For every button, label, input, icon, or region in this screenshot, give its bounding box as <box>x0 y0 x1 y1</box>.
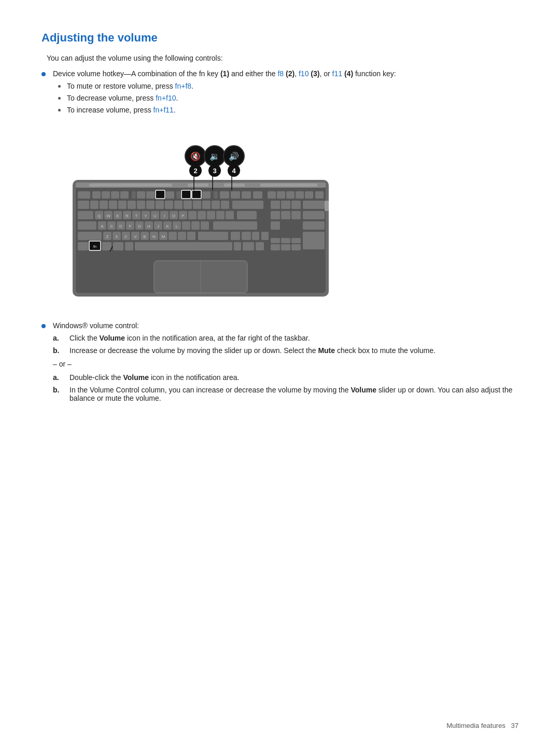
svg-rect-95 <box>271 211 280 219</box>
svg-rect-145 <box>252 232 259 240</box>
svg-rect-23 <box>92 191 101 199</box>
bullet-item-2: Windows® volume control: a. Click the Vo… <box>41 321 519 406</box>
svg-rect-64 <box>271 201 280 209</box>
svg-rect-52 <box>128 201 136 209</box>
svg-rect-26 <box>120 191 129 199</box>
svg-rect-47 <box>78 201 89 209</box>
svg-text:N: N <box>152 234 156 239</box>
svg-rect-58 <box>184 201 192 209</box>
page-footer: Multimedia features 37 <box>446 722 519 729</box>
main-bullet-list: Device volume hotkey—A combination of th… <box>41 69 519 406</box>
svg-rect-49 <box>100 201 108 209</box>
svg-text:2: 2 <box>193 167 197 175</box>
svg-rect-118 <box>182 221 190 230</box>
svg-text:K: K <box>166 224 169 229</box>
letter-b1: b. <box>53 346 67 355</box>
svg-rect-163 <box>291 244 301 250</box>
svg-rect-57 <box>174 201 183 209</box>
lettered-list-1: a. Click the Volume icon in the notifica… <box>53 334 519 355</box>
svg-rect-124 <box>78 232 102 240</box>
fn-f10-link[interactable]: fn+f10 <box>156 94 176 102</box>
svg-rect-59 <box>193 201 201 209</box>
svg-rect-146 <box>261 232 269 240</box>
bullet1-main-text: Device volume hotkey—A combination of th… <box>53 69 396 78</box>
svg-rect-41 <box>268 191 276 199</box>
svg-text:W: W <box>106 214 110 218</box>
svg-text:3: 3 <box>213 167 216 175</box>
list-item-b1: b. Increase or decrease the volume by mo… <box>53 346 519 355</box>
bullet-dot-2 <box>41 324 46 328</box>
keyboard-svg: 1 🔇 🔉 🔊 2 3 <box>63 128 338 304</box>
svg-rect-40 <box>253 191 262 199</box>
svg-rect-45 <box>305 191 313 199</box>
keyboard-illustration: 1 🔇 🔉 🔊 2 3 <box>63 128 338 306</box>
svg-rect-156 <box>243 242 254 250</box>
bullet-dot-1 <box>41 72 46 76</box>
sub-text-2: To decrease volume, press fn+f10. <box>67 94 178 102</box>
svg-rect-144 <box>242 232 251 240</box>
svg-rect-27 <box>132 191 136 199</box>
svg-rect-161 <box>281 244 290 250</box>
svg-rect-39 <box>242 191 251 199</box>
svg-rect-30 <box>156 190 165 199</box>
svg-rect-50 <box>109 201 117 209</box>
svg-text:I: I <box>164 214 165 218</box>
svg-rect-151 <box>102 242 111 250</box>
svg-text:X: X <box>115 234 118 239</box>
bullet-item-1: Device volume hotkey—A combination of th… <box>41 69 519 316</box>
svg-rect-142 <box>198 232 228 240</box>
svg-rect-120 <box>201 221 209 230</box>
svg-rect-22 <box>78 191 90 199</box>
svg-rect-66 <box>291 201 301 209</box>
svg-text:O: O <box>172 214 175 218</box>
letter-a2: a. <box>53 373 67 382</box>
sub-dot-1 <box>58 85 61 88</box>
svg-text:4: 4 <box>232 167 236 175</box>
svg-rect-153 <box>125 242 133 250</box>
svg-text:U: U <box>153 214 157 218</box>
svg-rect-159 <box>271 244 280 250</box>
svg-rect-53 <box>137 201 145 209</box>
svg-text:Y: Y <box>144 214 147 218</box>
svg-rect-155 <box>234 242 241 250</box>
svg-rect-94 <box>237 211 257 219</box>
f8-link[interactable]: f8 <box>277 69 284 78</box>
lettered-list-2: a. Double-click the Volume icon in the n… <box>53 373 519 402</box>
svg-text:M: M <box>162 234 165 239</box>
svg-text:H: H <box>147 224 150 229</box>
svg-rect-35 <box>202 191 211 199</box>
or-separator: – or – <box>53 360 519 368</box>
svg-rect-34 <box>192 190 201 199</box>
svg-rect-46 <box>315 191 324 199</box>
svg-rect-19 <box>224 184 245 187</box>
f11-link[interactable]: f11 <box>332 69 342 78</box>
letter-b2: b. <box>53 386 67 402</box>
svg-rect-147 <box>303 232 325 249</box>
svg-rect-51 <box>118 201 127 209</box>
sub-text-3: To increase volume, press fn+f11. <box>67 106 176 114</box>
svg-rect-21 <box>325 201 329 211</box>
svg-rect-43 <box>286 191 295 199</box>
list-text-a1: Click the Volume icon in the notificatio… <box>69 334 310 342</box>
svg-text:🔇: 🔇 <box>190 151 201 161</box>
list-item-b2: b. In the Volume Control column, you can… <box>53 386 519 402</box>
fn-f11-link[interactable]: fn+f11 <box>153 106 174 114</box>
sub-item-1: To mute or restore volume, press fn+f8. <box>58 82 519 90</box>
svg-rect-91 <box>207 211 215 219</box>
svg-text:D: D <box>119 224 122 229</box>
bullet2-main: Windows® volume control: <box>53 321 139 330</box>
svg-rect-55 <box>156 201 164 209</box>
sub-bullet-list: To mute or restore volume, press fn+f8. … <box>58 82 519 114</box>
svg-rect-152 <box>113 242 123 250</box>
svg-rect-99 <box>78 221 96 230</box>
svg-text:Z: Z <box>106 234 109 239</box>
svg-text:🔊: 🔊 <box>229 151 239 161</box>
f10-link[interactable]: f10 <box>299 69 309 78</box>
list-text-b2: In the Volume Control column, you can in… <box>69 386 519 402</box>
svg-rect-97 <box>291 211 301 219</box>
svg-text:J: J <box>157 224 159 229</box>
list-item-a1: a. Click the Volume icon in the notifica… <box>53 334 519 342</box>
svg-rect-65 <box>281 201 290 209</box>
svg-rect-122 <box>271 221 280 230</box>
fn-f8-link[interactable]: fn+f8 <box>175 82 192 90</box>
